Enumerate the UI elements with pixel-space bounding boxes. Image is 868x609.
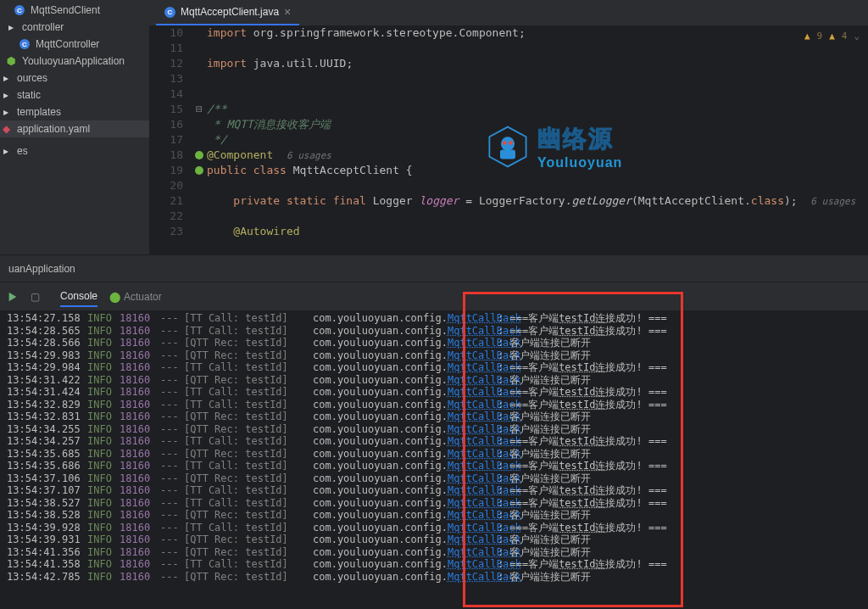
editor-tab-active[interactable]: C MqttAcceptClient.java × [156,0,299,25]
line-gutter: 1011121314151617181920212223 [149,25,192,254]
log-line: 13:54:39.928INFO 18160 --- [TT Call: tes… [7,522,868,534]
tree-item[interactable]: ▸templates [0,103,149,120]
code-line[interactable]: */ [207,132,868,148]
svg-point-0 [195,151,203,159]
folder-icon: ▸ [0,89,12,101]
log-line: 13:54:38.528INFO 18160 --- [QTT Rec: tes… [7,509,868,522]
tree-item[interactable]: ◆application.yaml [0,120,149,137]
log-line: 13:54:42.785INFO 18160 --- [QTT Rec: tes… [7,571,868,584]
inspection-badges[interactable]: ▲9 ▲4 ⌄ [804,29,860,44]
log-line: 13:54:28.566INFO 18160 --- [QTT Rec: tes… [7,337,868,349]
tree-item[interactable]: ▸controller [0,19,149,36]
spring-icon: ⬢ [5,55,17,67]
code-line[interactable]: * MQTT消息接收客户端 [207,117,868,132]
code-line[interactable] [207,178,868,193]
log-line: 13:54:27.158INFO 18160 --- [TT Call: tes… [7,312,868,325]
code-line[interactable]: /** [207,102,868,117]
log-line: 13:54:35.686INFO 18160 --- [TT Call: tes… [7,460,868,472]
warning-icon: ▲ [804,29,810,44]
log-line: 13:54:32.829INFO 18160 --- [TT Call: tes… [7,399,868,411]
tree-item-label: static [17,89,41,101]
log-line: 13:54:39.931INFO 18160 --- [QTT Rec: tes… [7,534,868,546]
code-line[interactable] [207,41,868,56]
tree-item-label: application.yaml [17,123,90,135]
console-tab[interactable]: Console [60,290,97,307]
tree-item[interactable]: ▸ources [0,70,149,87]
tree-item[interactable]: CMqttSendClient [0,2,149,19]
tab-title: MqttAcceptClient.java [181,6,279,18]
log-line: 13:54:32.831INFO 18160 --- [QTT Rec: tes… [7,411,868,423]
gutter-icons[interactable]: ⊟ [192,25,207,254]
log-line: 13:54:37.106INFO 18160 --- [QTT Rec: tes… [7,472,868,485]
log-line: 13:54:37.107INFO 18160 --- [TT Call: tes… [7,484,868,497]
run-config-name: uanApplication [8,263,75,275]
code-line[interactable]: import org.springframework.stereotype.Co… [207,25,868,41]
tree-item-label: templates [17,106,61,118]
folder-icon: ▸ [0,72,12,84]
log-line: 13:54:41.358INFO 18160 --- [TT Call: tes… [7,558,868,571]
folder-icon: ▸ [5,21,17,33]
tree-item-label: controller [22,21,64,33]
folder-icon: ▸ [0,106,12,118]
code-area[interactable]: 1011121314151617181920212223 ⊟ import or… [149,25,868,254]
code-line[interactable] [207,87,868,102]
folder-icon: ▸ [0,145,12,157]
code-line[interactable]: @Component 6 usages [207,148,868,163]
log-line: 13:54:34.255INFO 18160 --- [QTT Rec: tes… [7,423,868,436]
log-line: 13:54:28.565INFO 18160 --- [TT Call: tes… [7,325,868,338]
code-lines[interactable]: import org.springframework.stereotype.Co… [207,25,868,254]
tree-item-label: MqttController [36,38,99,50]
console-output[interactable]: 13:54:27.158INFO 18160 --- [TT Call: tes… [0,310,868,609]
log-line: 13:54:31.422INFO 18160 --- [QTT Rec: tes… [7,374,868,387]
code-line[interactable]: @Autowired [207,224,868,239]
log-line: 13:54:34.257INFO 18160 --- [TT Call: tes… [7,435,868,448]
tree-item[interactable]: ⬢YouluoyuanApplication [0,53,149,70]
class-icon: C [14,4,25,16]
code-line[interactable] [207,209,868,224]
editor-tabs[interactable]: C MqttAcceptClient.java × [149,0,868,25]
tree-item-label: es [17,145,28,157]
stop-icon[interactable]: ▢ [31,291,40,303]
chevron-icon: ⌄ [854,29,860,44]
log-line: 13:54:31.424INFO 18160 --- [TT Call: tes… [7,386,868,399]
log-line: 13:54:35.685INFO 18160 --- [QTT Rec: tes… [7,448,868,461]
rerun-icon[interactable] [7,291,19,303]
code-line[interactable]: public class MqttAcceptClient { [207,163,868,178]
close-icon[interactable]: × [284,5,291,19]
code-line[interactable]: import java.util.UUID; [207,56,868,71]
actuator-tab[interactable]: ⬤ Actuator [109,291,162,303]
tree-item-label: YouluoyuanApplication [22,55,125,67]
log-line: 13:54:29.984INFO 18160 --- [TT Call: tes… [7,361,868,374]
class-icon: C [19,38,31,50]
run-toolbar[interactable]: ▢ Console ⬤ Actuator [0,282,868,310]
log-line: 13:54:38.527INFO 18160 --- [TT Call: tes… [7,497,868,510]
tree-item-label: MqttSendClient [31,4,100,16]
tree-item[interactable]: CMqttController [0,36,149,53]
yaml-icon: ◆ [0,123,12,135]
run-bar: uanApplication [0,254,868,282]
project-tree[interactable]: CMqttSendClient▸controllerCMqttControlle… [0,0,149,254]
tree-item-label: ources [17,72,47,84]
tree-item[interactable]: ▸es [0,142,149,159]
code-line[interactable]: private static final Logger logger = Log… [207,193,868,209]
warning-icon: ▲ [829,29,835,44]
log-line: 13:54:29.983INFO 18160 --- [QTT Rec: tes… [7,349,868,362]
java-class-icon: C [164,7,175,18]
editor: C MqttAcceptClient.java × 10111213141516… [149,0,868,254]
code-line[interactable] [207,71,868,87]
tree-item[interactable]: ▸static [0,87,149,103]
log-line: 13:54:41.356INFO 18160 --- [QTT Rec: tes… [7,546,868,559]
svg-point-1 [195,166,203,175]
